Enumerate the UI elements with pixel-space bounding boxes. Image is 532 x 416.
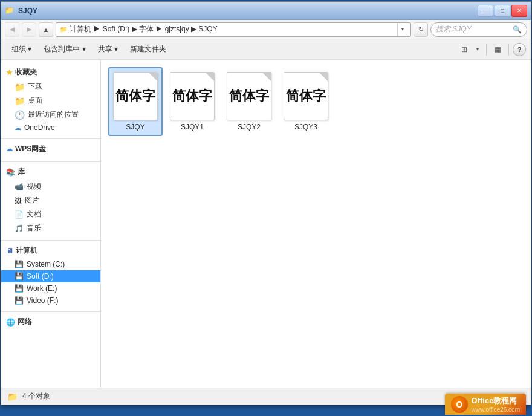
- file-corner-sjqy2: [262, 73, 271, 81]
- status-count: 4 个对象: [22, 391, 50, 401]
- new-folder-button[interactable]: 新建文件夹: [125, 42, 172, 57]
- folder-icon-desktop: 📁: [15, 96, 25, 106]
- sidebar-item-music[interactable]: 🎵 音乐: [1, 221, 100, 235]
- sidebar-item-drive-d[interactable]: 💾 Soft (D:): [1, 270, 100, 282]
- help-button[interactable]: ?: [513, 43, 526, 56]
- preview-pane-button[interactable]: ▦: [490, 42, 505, 57]
- toolbar-separator-2: [508, 44, 509, 56]
- sidebar-library-header[interactable]: 📚 库: [1, 164, 100, 180]
- sidebar-item-pictures[interactable]: 🖼 图片: [1, 193, 100, 207]
- file-item-sjqy1[interactable]: 简体字 SJQY1: [165, 67, 219, 136]
- sidebar-item-video[interactable]: 📹 视频: [1, 180, 100, 193]
- up-button[interactable]: ▲: [39, 22, 53, 37]
- include-library-button[interactable]: 包含到库中 ▾: [38, 42, 91, 57]
- office-branding: O Office教程网 www.office26.com: [445, 394, 526, 415]
- toolbar: 组织 ▾ 包含到库中 ▾ 共享 ▾ 新建文件夹 ⊞ ▾ ▦ ?: [1, 39, 531, 60]
- sidebar-item-desktop-label: 桌面: [28, 96, 42, 106]
- file-name-sjqy: SJQY: [126, 123, 144, 131]
- sidebar-item-onedrive[interactable]: ☁ OneDrive: [1, 122, 100, 134]
- folder-icon: 📁: [15, 82, 25, 92]
- file-name-sjqy3: SJQY3: [294, 123, 317, 131]
- address-path-icon: 📁: [60, 26, 67, 33]
- computer-icon: 🖥: [6, 247, 13, 255]
- maximize-button[interactable]: □: [495, 5, 510, 17]
- sidebar-item-recent-label: 最近访问的位置: [28, 109, 79, 120]
- file-item-sjqy3[interactable]: 简体字 SJQY3: [279, 67, 333, 136]
- file-preview-text-sjqy3: 简体字: [286, 89, 326, 103]
- sidebar-item-recent[interactable]: 🕒 最近访问的位置: [1, 108, 100, 122]
- sidebar-divider-2: [1, 161, 100, 162]
- back-button[interactable]: ◀: [5, 22, 19, 37]
- sidebar-item-music-label: 音乐: [27, 223, 41, 233]
- title-bar: 📁 SJQY — □ ✕: [1, 2, 531, 20]
- view-mode-button[interactable]: ⊞: [457, 42, 472, 57]
- office-logo: O: [451, 396, 468, 413]
- sidebar-item-documents-label: 文档: [27, 209, 41, 219]
- file-icon-sjqy: 简体字: [113, 72, 158, 120]
- search-placeholder: 搜索 SJQY: [436, 24, 510, 34]
- file-preview-text-sjqy2: 简体字: [229, 89, 269, 103]
- sidebar-item-drive-f[interactable]: 💾 Video (F:): [1, 294, 100, 307]
- sidebar-item-drive-d-label: Soft (D:): [27, 272, 54, 281]
- file-icon-sjqy2: 简体字: [227, 72, 271, 120]
- sidebar-item-drive-c[interactable]: 💾 System (C:): [1, 258, 100, 270]
- sidebar-section-wps: ☁ WPS网盘: [1, 141, 100, 157]
- address-input[interactable]: 📁 计算机 ▶ Soft (D:) ▶ 字体 ▶ gjztsjqy ▶ SJQY…: [56, 22, 411, 37]
- close-button[interactable]: ✕: [511, 5, 527, 17]
- drive-d-icon: 💾: [15, 272, 24, 281]
- sidebar-item-desktop[interactable]: 📁 桌面: [1, 94, 100, 108]
- window-icon: 📁: [5, 6, 15, 16]
- star-icon: ★: [6, 68, 13, 77]
- refresh-button[interactable]: ↻: [414, 22, 428, 37]
- sidebar-computer-header[interactable]: 🖥 计算机: [1, 243, 100, 258]
- address-dropdown-icon[interactable]: ▾: [397, 22, 407, 37]
- sidebar-section-library: 📚 库 📹 视频 🖼 图片 📄 文档 🎵 音乐: [1, 164, 100, 235]
- title-buttons: — □ ✕: [478, 5, 527, 17]
- sidebar-favorites-label: 收藏夹: [15, 67, 37, 77]
- toolbar-separator: [486, 44, 487, 56]
- office-main-text: Office教程网: [472, 395, 520, 406]
- main-area: ★ 收藏夹 📁 下载 📁 桌面 🕒 最近访问的位置 ☁ OneDriv: [1, 60, 531, 388]
- sidebar-divider-4: [1, 311, 100, 312]
- organize-button[interactable]: 组织 ▾: [6, 42, 37, 57]
- file-name-sjqy2: SJQY2: [238, 123, 261, 131]
- drive-c-icon: 💾: [15, 260, 24, 268]
- documents-icon: 📄: [15, 210, 24, 219]
- music-icon: 🎵: [15, 224, 24, 233]
- minimize-button[interactable]: —: [478, 5, 493, 17]
- sidebar-item-drive-e[interactable]: 💾 Work (E:): [1, 282, 100, 294]
- file-name-sjqy1: SJQY1: [181, 123, 204, 131]
- search-bar[interactable]: 搜索 SJQY 🔍: [430, 22, 527, 37]
- forward-button[interactable]: ▶: [22, 22, 36, 37]
- sidebar-favorites-header[interactable]: ★ 收藏夹: [1, 65, 100, 80]
- file-item-sjqy[interactable]: 简体字 SJQY: [108, 67, 163, 136]
- sidebar-library-label: 库: [18, 167, 25, 177]
- wps-icon: ☁: [6, 145, 13, 153]
- file-corner-sjqy1: [206, 73, 214, 81]
- library-icon: 📚: [6, 168, 15, 177]
- sidebar-network-header[interactable]: 🌐 网络: [1, 314, 100, 330]
- cloud-icon: ☁: [15, 124, 21, 132]
- drive-e-icon: 💾: [15, 284, 24, 293]
- sidebar-item-pictures-label: 图片: [25, 195, 39, 206]
- sidebar-item-downloads-label: 下载: [28, 82, 42, 92]
- share-button[interactable]: 共享 ▾: [92, 42, 123, 57]
- sidebar-item-drive-f-label: Video (F:): [27, 296, 58, 305]
- file-item-sjqy2[interactable]: 简体字 SJQY2: [222, 67, 276, 136]
- sidebar-item-documents[interactable]: 📄 文档: [1, 207, 100, 221]
- sidebar-item-downloads[interactable]: 📁 下载: [1, 80, 100, 94]
- file-preview-text-sjqy1: 简体字: [172, 89, 212, 103]
- sidebar-wps-header[interactable]: ☁ WPS网盘: [1, 141, 100, 157]
- content-area: 简体字 SJQY 简体字 SJQY1 简体字 SJQY2: [101, 60, 531, 388]
- file-preview-text-sjqy: 简体字: [115, 89, 155, 103]
- office-sub-text: www.office26.com: [472, 406, 520, 413]
- view-dropdown-icon[interactable]: ▾: [473, 42, 482, 57]
- sidebar-network-label: 网络: [18, 317, 32, 327]
- sidebar-item-video-label: 视频: [27, 181, 41, 192]
- sidebar-section-network: 🌐 网络: [1, 314, 100, 330]
- video-icon: 📹: [15, 183, 24, 191]
- sidebar-item-drive-c-label: System (C:): [27, 260, 65, 268]
- search-icon[interactable]: 🔍: [513, 25, 522, 34]
- sidebar-wps-label: WPS网盘: [15, 144, 46, 154]
- sidebar-divider-1: [1, 138, 100, 139]
